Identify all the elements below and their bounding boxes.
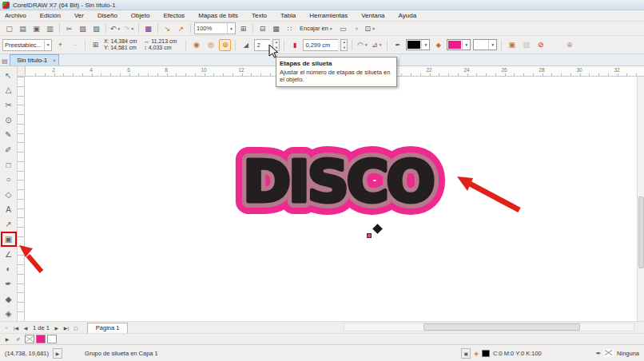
print-icon[interactable]: ▥ (44, 22, 56, 34)
menu-ventana[interactable]: Ventana (360, 11, 386, 20)
add-page-after-icon[interactable]: ▢ (71, 323, 81, 333)
paste-icon[interactable]: ▨ (90, 22, 102, 34)
contour-offset-input[interactable]: 0,299 cm (303, 39, 338, 51)
title-bar: CorelDRAW X7 (64 Bit) - Sin título-1 (0, 0, 644, 10)
end-fill-color-swatch (475, 41, 487, 49)
menu-tabla[interactable]: Tabla (279, 11, 297, 20)
contour-to-center-button[interactable]: ◉ (190, 39, 202, 51)
ellipse-tool[interactable]: ○ (1, 172, 17, 187)
copy-contour-properties-button[interactable]: ▧ (520, 39, 532, 51)
show-rulers-icon[interactable]: ⊟ (256, 22, 268, 34)
palette-swatch-white[interactable] (47, 335, 57, 343)
menu-edición[interactable]: Edición (38, 11, 62, 20)
horizontal-scrollbar[interactable] (344, 323, 634, 331)
object-acceleration-button[interactable]: ⊿▼ (371, 39, 383, 51)
object-size-fields[interactable]: ↔ 11,213 cm ↕ 4,033 cm (144, 38, 177, 51)
import-icon[interactable]: ↘ (161, 22, 173, 34)
outside-contour-button[interactable]: ⊚ (219, 39, 231, 51)
undo-icon[interactable]: ↶▼ (109, 22, 121, 34)
menu-objeto[interactable]: Objeto (129, 11, 152, 20)
outline-color-dropdown[interactable]: ▼ (406, 39, 430, 50)
snap-to-dropdown[interactable]: Encajar en ▼ (297, 25, 336, 32)
end-fill-color-dropdown[interactable]: ▼ (473, 39, 497, 50)
application-launcher-icon[interactable]: ⊡▼ (364, 22, 376, 34)
show-grid-icon[interactable]: ▦ (270, 22, 282, 34)
palette-flyout-icon[interactable]: ▶ (2, 334, 12, 344)
remove-preset-button[interactable]: − (69, 39, 81, 51)
last-page-button[interactable]: ▶| (62, 323, 71, 333)
export-icon[interactable]: ↗ (175, 22, 187, 34)
open-icon[interactable]: ▤ (17, 22, 29, 34)
connector-tool[interactable]: ∠ (1, 247, 17, 262)
object-properties-button[interactable]: ▣ (506, 39, 518, 51)
menu-ver[interactable]: Ver (73, 11, 85, 20)
menu-texto[interactable]: Texto (250, 11, 268, 20)
parallel-dimension-tool[interactable]: ↗ (1, 216, 17, 232)
first-page-button[interactable]: |◀ (11, 323, 21, 333)
outline-color-swatch (407, 41, 420, 49)
outline-value: Ninguna (617, 350, 639, 357)
ruler-label: 4 (89, 67, 93, 73)
fill-color-dropdown[interactable]: ▼ (447, 39, 471, 50)
menu-archivo[interactable]: Archivo (3, 11, 28, 20)
bars-icon[interactable]: ▫ (351, 22, 363, 34)
polygon-tool[interactable]: ◇ (1, 187, 17, 202)
redo-icon[interactable]: ↷▼ (123, 22, 135, 34)
text-tool[interactable]: A (1, 202, 17, 217)
save-icon[interactable]: ▣ (30, 22, 42, 34)
artistic-media-tool[interactable]: ✐ (1, 142, 17, 157)
palette-eyedropper-icon[interactable]: ✐ (14, 334, 23, 344)
options-icon[interactable]: ▭ (337, 22, 349, 34)
freehand-tool[interactable]: ✎ (1, 128, 17, 143)
zoom-tool[interactable]: ⊙ (1, 113, 17, 128)
close-icon[interactable]: ✕ (52, 58, 56, 63)
play-icon[interactable]: ▶ (53, 348, 62, 359)
vertical-scrollbar-thumb[interactable] (638, 196, 644, 268)
contour-offset-spinner[interactable]: ▲▼ (340, 39, 348, 51)
contour-start-handle[interactable] (367, 233, 372, 238)
add-preset-button[interactable]: + (54, 39, 66, 51)
document-tab[interactable]: Sin título-1 ✕ (10, 54, 59, 65)
fill-tool[interactable]: ◆ (1, 292, 17, 307)
vertical-scrollbar[interactable] (637, 77, 644, 321)
page-tab[interactable]: Página 1 (87, 323, 129, 333)
contour-artwork[interactable]: DISCO DISCO DISCO (206, 128, 470, 233)
next-page-button[interactable]: ▶ (52, 323, 62, 333)
snap-guides-icon[interactable]: ∷ (284, 22, 296, 34)
rectangle-tool[interactable]: □ (1, 157, 17, 173)
crop-tool[interactable]: ✂ (1, 97, 17, 113)
add-page-button[interactable]: + (2, 323, 11, 333)
color-eyedropper-tool[interactable]: ✒ (1, 276, 17, 292)
shape-tool[interactable]: △ (1, 83, 17, 98)
palette-swatch-pink[interactable] (36, 335, 46, 343)
menu-diseño[interactable]: Diseño (96, 11, 119, 20)
contour-steps-spinner[interactable]: ▲▼ (272, 39, 280, 51)
contour-tool[interactable]: ▣ (1, 232, 17, 247)
pick-tool[interactable]: ↖ (1, 68, 17, 83)
previous-page-button[interactable]: ◀ (21, 323, 30, 333)
interactive-fill-tool[interactable]: ◈ (1, 306, 17, 321)
preset-dropdown[interactable]: Preestablec... ▼ (2, 39, 52, 51)
cut-icon[interactable]: ✂ (63, 22, 75, 34)
object-position-fields[interactable]: X: 14,384 cm Y: 14,581 cm (104, 38, 137, 51)
copy-icon[interactable]: ▧ (77, 22, 89, 34)
contour-corners-button[interactable]: ◠▼ (356, 39, 368, 51)
search-content-icon[interactable]: ▩ (142, 22, 154, 34)
ruler-origin-corner (18, 66, 26, 77)
document-info-icon[interactable]: ▣ (461, 348, 471, 359)
new-document-icon[interactable]: ▢ (3, 22, 15, 34)
menu-efectos[interactable]: Efectos (161, 11, 186, 20)
menu-mapas-de-bits[interactable]: Mapas de bits (197, 11, 240, 20)
contour-steps-input[interactable]: 2 (254, 39, 270, 51)
fullscreen-preview-icon[interactable]: ⊞ (237, 22, 249, 34)
horizontal-scrollbar-thumb[interactable] (423, 323, 580, 331)
transparency-tool[interactable]: ◐ (1, 261, 17, 276)
drawing-canvas[interactable]: DISCO DISCO DISCO (25, 77, 637, 321)
quick-customize-button[interactable]: ⊕ (563, 39, 575, 51)
zoom-level-dropdown[interactable]: 100% ▼ (194, 22, 236, 34)
palette-swatch-none[interactable] (25, 335, 34, 343)
menu-herramientas[interactable]: Herramientas (308, 11, 349, 20)
menu-ayuda[interactable]: Ayuda (397, 11, 419, 20)
clear-contour-button[interactable]: ⊘ (535, 39, 547, 51)
inside-contour-button[interactable]: ◎ (205, 39, 217, 51)
